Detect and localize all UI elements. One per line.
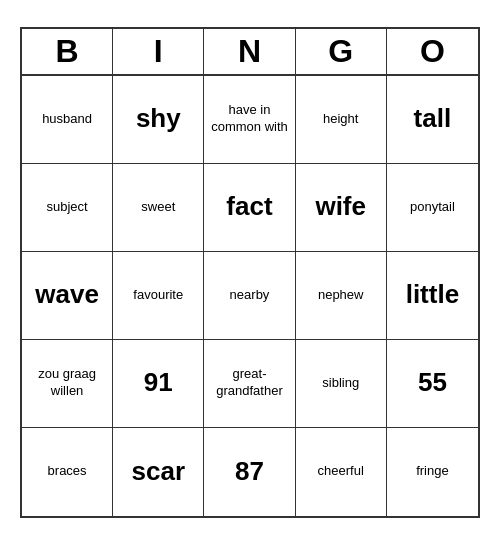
bingo-cell: fact [204, 164, 295, 252]
bingo-cell: nephew [296, 252, 387, 340]
header-letter: G [296, 29, 387, 74]
bingo-cell: scar [113, 428, 204, 516]
bingo-cell: little [387, 252, 478, 340]
bingo-cell: nearby [204, 252, 295, 340]
bingo-cell: husband [22, 76, 113, 164]
bingo-header: BINGO [22, 29, 478, 76]
bingo-cell: tall [387, 76, 478, 164]
bingo-cell: height [296, 76, 387, 164]
bingo-cell: ponytail [387, 164, 478, 252]
bingo-cell: fringe [387, 428, 478, 516]
bingo-grid: husbandshyhave in common withheighttalls… [22, 76, 478, 516]
bingo-cell: sweet [113, 164, 204, 252]
bingo-cell: subject [22, 164, 113, 252]
bingo-cell: wave [22, 252, 113, 340]
bingo-cell: sibling [296, 340, 387, 428]
bingo-cell: favourite [113, 252, 204, 340]
bingo-cell: braces [22, 428, 113, 516]
header-letter: N [204, 29, 295, 74]
bingo-cell: cheerful [296, 428, 387, 516]
bingo-cell: great-grandfather [204, 340, 295, 428]
bingo-cell: 87 [204, 428, 295, 516]
bingo-cell: 91 [113, 340, 204, 428]
bingo-cell: 55 [387, 340, 478, 428]
header-letter: I [113, 29, 204, 74]
bingo-cell: zou graag willen [22, 340, 113, 428]
bingo-cell: have in common with [204, 76, 295, 164]
header-letter: O [387, 29, 478, 74]
bingo-card: BINGO husbandshyhave in common withheigh… [20, 27, 480, 518]
bingo-cell: wife [296, 164, 387, 252]
bingo-cell: shy [113, 76, 204, 164]
header-letter: B [22, 29, 113, 74]
